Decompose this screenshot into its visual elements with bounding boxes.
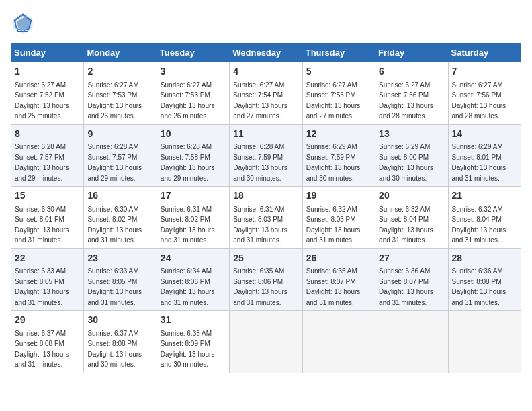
day-header-thursday: Thursday — [302, 44, 375, 62]
calendar-day-cell: 1 Sunrise: 6:27 AMSunset: 7:52 PMDayligh… — [11, 62, 84, 125]
day-number: 16 — [87, 189, 152, 203]
day-info: Sunrise: 6:29 AMSunset: 7:59 PMDaylight:… — [306, 143, 361, 182]
calendar-week-row: 1 Sunrise: 6:27 AMSunset: 7:52 PMDayligh… — [11, 62, 521, 125]
day-header-sunday: Sunday — [11, 44, 84, 62]
day-header-wednesday: Wednesday — [230, 44, 302, 62]
day-info: Sunrise: 6:31 AMSunset: 8:03 PMDaylight:… — [233, 205, 287, 244]
calendar-day-cell: 17 Sunrise: 6:31 AMSunset: 8:02 PMDaylig… — [157, 187, 229, 249]
calendar-day-cell: 16 Sunrise: 6:30 AMSunset: 8:02 PMDaylig… — [84, 187, 157, 249]
day-header-friday: Friday — [375, 44, 448, 62]
calendar-day-cell: 7 Sunrise: 6:27 AMSunset: 7:56 PMDayligh… — [448, 62, 521, 125]
day-number: 9 — [87, 128, 152, 141]
calendar-header-row: SundayMondayTuesdayWednesdayThursdayFrid… — [11, 44, 521, 62]
day-info: Sunrise: 6:27 AMSunset: 7:55 PMDaylight:… — [306, 81, 361, 120]
day-number: 11 — [233, 128, 298, 141]
day-info: Sunrise: 6:28 AMSunset: 7:59 PMDaylight:… — [233, 143, 287, 182]
calendar-day-cell: 24 Sunrise: 6:34 AMSunset: 8:06 PMDaylig… — [157, 248, 229, 311]
day-number: 14 — [452, 128, 517, 141]
calendar-day-cell: 21 Sunrise: 6:32 AMSunset: 8:04 PMDaylig… — [448, 187, 521, 249]
day-info: Sunrise: 6:36 AMSunset: 8:08 PMDaylight:… — [452, 267, 506, 306]
calendar-day-cell: 30 Sunrise: 6:37 AMSunset: 8:08 PMDaylig… — [84, 311, 157, 373]
day-number: 18 — [233, 189, 298, 203]
day-number: 3 — [161, 65, 226, 79]
calendar-day-cell: 13 Sunrise: 6:29 AMSunset: 8:00 PMDaylig… — [375, 124, 448, 187]
day-info: Sunrise: 6:30 AMSunset: 8:02 PMDaylight:… — [87, 205, 142, 244]
calendar-week-row: 22 Sunrise: 6:33 AMSunset: 8:05 PMDaylig… — [11, 248, 521, 311]
day-info: Sunrise: 6:29 AMSunset: 8:01 PMDaylight:… — [452, 143, 506, 182]
day-info: Sunrise: 6:27 AMSunset: 7:53 PMDaylight:… — [87, 81, 142, 120]
day-info: Sunrise: 6:32 AMSunset: 8:04 PMDaylight:… — [379, 205, 433, 244]
day-info: Sunrise: 6:27 AMSunset: 7:54 PMDaylight:… — [233, 81, 287, 120]
day-number: 31 — [161, 314, 226, 327]
calendar-day-cell: 18 Sunrise: 6:31 AMSunset: 8:03 PMDaylig… — [230, 187, 302, 249]
day-header-monday: Monday — [84, 44, 157, 62]
day-info: Sunrise: 6:36 AMSunset: 8:07 PMDaylight:… — [379, 267, 433, 306]
day-number: 19 — [306, 189, 371, 203]
day-number: 15 — [15, 189, 80, 203]
calendar-day-cell — [302, 311, 375, 373]
day-info: Sunrise: 6:28 AMSunset: 7:58 PMDaylight:… — [161, 143, 215, 182]
calendar-day-cell: 3 Sunrise: 6:27 AMSunset: 7:53 PMDayligh… — [157, 62, 229, 125]
calendar-day-cell: 27 Sunrise: 6:36 AMSunset: 8:07 PMDaylig… — [375, 248, 448, 311]
day-number: 27 — [379, 252, 444, 265]
calendar-day-cell: 12 Sunrise: 6:29 AMSunset: 7:59 PMDaylig… — [302, 124, 375, 187]
day-number: 2 — [87, 65, 152, 79]
day-info: Sunrise: 6:27 AMSunset: 7:53 PMDaylight:… — [161, 81, 215, 120]
day-info: Sunrise: 6:28 AMSunset: 7:57 PMDaylight:… — [87, 143, 142, 182]
day-info: Sunrise: 6:30 AMSunset: 8:01 PMDaylight:… — [15, 205, 69, 244]
day-number: 12 — [306, 128, 371, 141]
calendar-week-row: 8 Sunrise: 6:28 AMSunset: 7:57 PMDayligh… — [11, 124, 521, 187]
calendar-table: SundayMondayTuesdayWednesdayThursdayFrid… — [11, 43, 521, 373]
calendar-day-cell: 25 Sunrise: 6:35 AMSunset: 8:06 PMDaylig… — [230, 248, 302, 311]
day-info: Sunrise: 6:31 AMSunset: 8:02 PMDaylight:… — [161, 205, 215, 244]
calendar-body: 1 Sunrise: 6:27 AMSunset: 7:52 PMDayligh… — [11, 62, 521, 373]
day-number: 24 — [161, 252, 226, 265]
day-header-saturday: Saturday — [448, 44, 521, 62]
calendar-week-row: 29 Sunrise: 6:37 AMSunset: 8:08 PMDaylig… — [11, 311, 521, 373]
logo-icon — [11, 11, 35, 35]
day-number: 23 — [87, 252, 152, 265]
day-number: 5 — [306, 65, 371, 79]
calendar-day-cell — [448, 311, 521, 373]
calendar-day-cell: 8 Sunrise: 6:28 AMSunset: 7:57 PMDayligh… — [11, 124, 84, 187]
day-info: Sunrise: 6:37 AMSunset: 8:08 PMDaylight:… — [87, 330, 142, 369]
day-info: Sunrise: 6:32 AMSunset: 8:04 PMDaylight:… — [452, 205, 506, 244]
calendar-day-cell: 22 Sunrise: 6:33 AMSunset: 8:05 PMDaylig… — [11, 248, 84, 311]
day-number: 25 — [233, 252, 298, 265]
calendar-week-row: 15 Sunrise: 6:30 AMSunset: 8:01 PMDaylig… — [11, 187, 521, 249]
day-number: 17 — [161, 189, 226, 203]
day-info: Sunrise: 6:34 AMSunset: 8:06 PMDaylight:… — [161, 267, 215, 306]
day-number: 28 — [452, 252, 517, 265]
calendar-day-cell: 11 Sunrise: 6:28 AMSunset: 7:59 PMDaylig… — [230, 124, 302, 187]
calendar-day-cell: 15 Sunrise: 6:30 AMSunset: 8:01 PMDaylig… — [11, 187, 84, 249]
calendar-day-cell: 31 Sunrise: 6:38 AMSunset: 8:09 PMDaylig… — [157, 311, 229, 373]
calendar-day-cell: 6 Sunrise: 6:27 AMSunset: 7:56 PMDayligh… — [375, 62, 448, 125]
day-number: 21 — [452, 189, 517, 203]
calendar-day-cell: 28 Sunrise: 6:36 AMSunset: 8:08 PMDaylig… — [448, 248, 521, 311]
day-info: Sunrise: 6:32 AMSunset: 8:03 PMDaylight:… — [306, 205, 361, 244]
day-info: Sunrise: 6:27 AMSunset: 7:56 PMDaylight:… — [452, 81, 506, 120]
day-info: Sunrise: 6:28 AMSunset: 7:57 PMDaylight:… — [15, 143, 69, 182]
calendar-day-cell: 5 Sunrise: 6:27 AMSunset: 7:55 PMDayligh… — [302, 62, 375, 125]
day-number: 20 — [379, 189, 444, 203]
calendar-day-cell: 23 Sunrise: 6:33 AMSunset: 8:05 PMDaylig… — [84, 248, 157, 311]
day-number: 26 — [306, 252, 371, 265]
calendar-day-cell — [230, 311, 302, 373]
day-number: 29 — [15, 314, 80, 327]
day-number: 7 — [452, 65, 517, 79]
day-number: 1 — [15, 65, 80, 79]
calendar-day-cell: 26 Sunrise: 6:35 AMSunset: 8:07 PMDaylig… — [302, 248, 375, 311]
logo — [11, 11, 38, 35]
calendar-day-cell: 19 Sunrise: 6:32 AMSunset: 8:03 PMDaylig… — [302, 187, 375, 249]
day-info: Sunrise: 6:27 AMSunset: 7:56 PMDaylight:… — [379, 81, 433, 120]
calendar-day-cell: 9 Sunrise: 6:28 AMSunset: 7:57 PMDayligh… — [84, 124, 157, 187]
day-number: 30 — [87, 314, 152, 327]
day-number: 13 — [379, 128, 444, 141]
day-info: Sunrise: 6:37 AMSunset: 8:08 PMDaylight:… — [15, 330, 69, 369]
day-number: 10 — [161, 128, 226, 141]
day-info: Sunrise: 6:35 AMSunset: 8:06 PMDaylight:… — [233, 267, 287, 306]
day-header-tuesday: Tuesday — [157, 44, 229, 62]
calendar-day-cell: 29 Sunrise: 6:37 AMSunset: 8:08 PMDaylig… — [11, 311, 84, 373]
day-info: Sunrise: 6:33 AMSunset: 8:05 PMDaylight:… — [15, 267, 69, 306]
day-info: Sunrise: 6:33 AMSunset: 8:05 PMDaylight:… — [87, 267, 142, 306]
